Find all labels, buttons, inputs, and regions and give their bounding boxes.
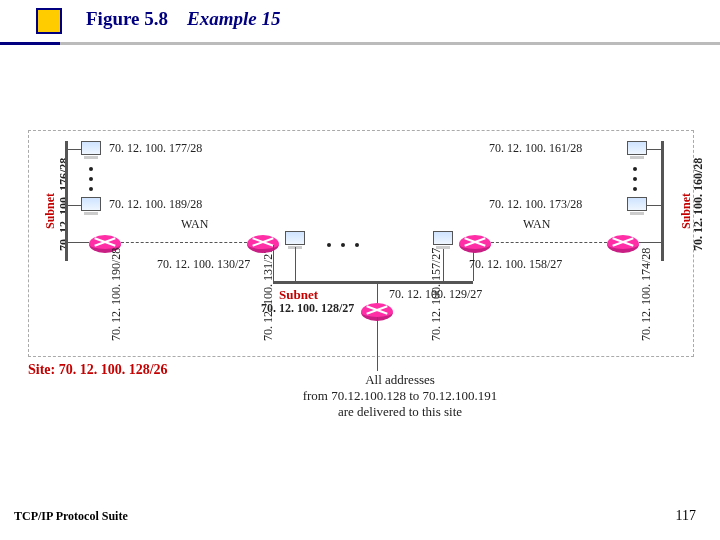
host-right-top-ip: 70. 12. 100. 161/28 [489, 141, 582, 156]
delivery-caption: All addresses from 70.12.100.128 to 70.1… [270, 372, 530, 420]
ellipsis-dot [633, 187, 637, 191]
network-diagram: Subnet 70. 12. 100. 176/28 70. 12. 100. … [28, 130, 694, 357]
router-right-ip: 70. 12. 100. 158/27 [469, 257, 562, 272]
left-subnet-bus [65, 141, 68, 261]
link [639, 242, 661, 243]
link [65, 205, 81, 206]
link [295, 247, 296, 281]
host-left-bot-ip: 70. 12. 100. 189/28 [109, 197, 202, 212]
ellipsis-dot [341, 243, 345, 247]
title-row: Figure 5.8 Example 15 [0, 8, 720, 42]
wan-link-left [121, 242, 247, 243]
figure-number: Figure 5.8 [86, 8, 168, 29]
ellipsis-dot [633, 177, 637, 181]
subnet-right-addr: 70. 12. 100. 160/28 [691, 158, 706, 251]
if-right-out: 70. 12. 100. 174/28 [639, 248, 654, 341]
if-left-out: 70. 12. 100. 190/28 [109, 248, 124, 341]
link [65, 242, 89, 243]
wan-link-right [491, 242, 607, 243]
router-mid-left [247, 235, 279, 253]
ellipsis-dot [89, 167, 93, 171]
subnet-left-label: Subnet [43, 193, 58, 229]
router-right [607, 235, 639, 253]
host-icon [81, 141, 101, 157]
router-mid-right [459, 235, 491, 253]
host-left-top-ip: 70. 12. 100. 177/28 [109, 141, 202, 156]
host-right-bot-ip: 70. 12. 100. 173/28 [489, 197, 582, 212]
ellipsis-dot [327, 243, 331, 247]
site-label: Site: 70. 12. 100. 128/26 [28, 362, 168, 378]
host-icon [627, 197, 647, 213]
figure-name: Example 15 [187, 8, 280, 29]
footer-left: TCP/IP Protocol Suite [14, 509, 128, 524]
caption-line2: from 70.12.100.128 to 70.12.100.191 [303, 388, 498, 403]
ellipsis-dot [633, 167, 637, 171]
ellipsis-dot [89, 177, 93, 181]
caption-line3: are delivered to this site [338, 404, 462, 419]
caption-line1: All addresses [365, 372, 435, 387]
link [647, 149, 661, 150]
if-right-in: 70. 12. 100. 157/27 [429, 248, 444, 341]
host-icon [627, 141, 647, 157]
link [273, 245, 274, 281]
ellipsis-dot [89, 187, 93, 191]
subnet-mid-addr: 70. 12. 100. 128/27 [261, 301, 354, 316]
right-subnet-bus [661, 141, 664, 261]
link [377, 281, 378, 305]
figure-title: Figure 5.8 Example 15 [86, 8, 280, 30]
title-ornament [36, 8, 62, 34]
ellipsis-dot [355, 243, 359, 247]
router-left-ip: 70. 12. 100. 130/27 [157, 257, 250, 272]
link [647, 205, 661, 206]
host-icon [81, 197, 101, 213]
wan-left-label: WAN [181, 217, 208, 232]
wan-right-label: WAN [523, 217, 550, 232]
title-underline [0, 42, 720, 45]
link [65, 149, 81, 150]
page-number: 117 [676, 508, 696, 524]
host-icon [433, 231, 453, 247]
uplink [377, 317, 378, 371]
host-icon [285, 231, 305, 247]
